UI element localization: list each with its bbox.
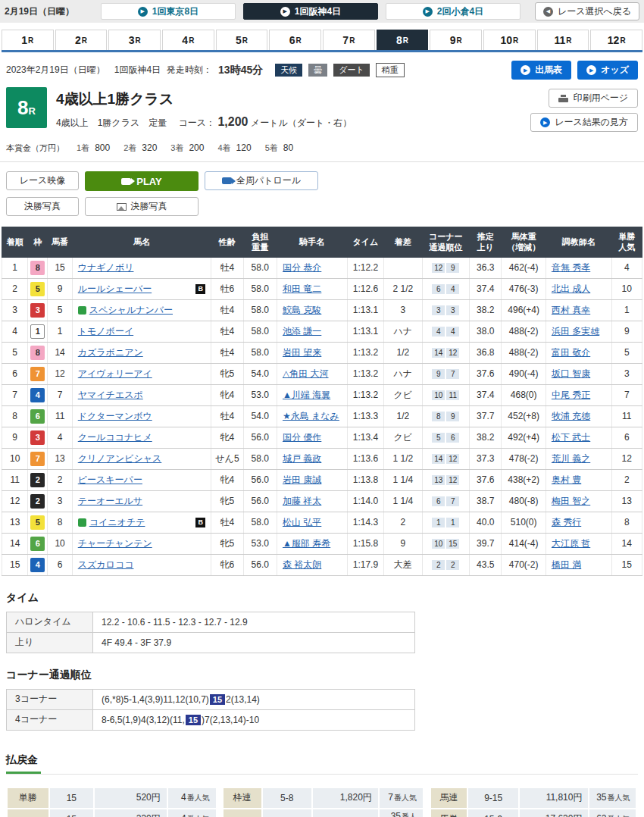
trainer-link[interactable]: 森 秀行 xyxy=(552,517,581,527)
trainer-cell: 富田 敬介 xyxy=(546,342,611,363)
horse-name-link[interactable]: トモノボーイ xyxy=(78,325,133,338)
patrol-video-button[interactable]: 全周パトロール xyxy=(205,171,318,190)
table-row: 15 4 6 スズカロココ B 牝6 56.0 森 裕太朗 1:17.9 大差 … xyxy=(2,554,642,575)
meeting-tab[interactable]: ▶ 2回小倉4日 xyxy=(386,3,521,20)
race-tab[interactable]: 8 R xyxy=(377,30,429,50)
horse-name-link[interactable]: アイヴォリーアイ xyxy=(78,368,152,380)
play-button[interactable]: PLAY xyxy=(85,171,199,191)
trainer-link[interactable]: 梅田 智之 xyxy=(552,496,590,506)
jockey-link[interactable]: 松山 弘平 xyxy=(283,517,321,527)
margin: 9 xyxy=(384,533,422,554)
race-result-page: 2月19日（日曜） ▶ 1回東京8日 ▶ 1回阪神4日 ▶ 2回小倉4日 ◀ レ… xyxy=(0,0,644,817)
horse-name-link[interactable]: テーオーエルサ xyxy=(78,495,142,508)
trainer-link[interactable]: 坂口 智康 xyxy=(552,368,590,379)
print-page-button[interactable]: 印刷用ページ xyxy=(549,89,638,108)
jockey-link[interactable]: ★永島 まなみ xyxy=(283,411,339,421)
trainer-link[interactable]: 西村 真幸 xyxy=(552,305,590,315)
race-tab[interactable]: 5 R xyxy=(216,30,268,50)
jockey-link[interactable]: 国分 優作 xyxy=(283,432,321,443)
jockey-cell: 森 裕太朗 xyxy=(277,554,347,575)
horse-name-link[interactable]: スズカロココ xyxy=(78,559,134,571)
trainer-link[interactable]: 大江原 哲 xyxy=(552,538,590,549)
back-to-race-select-button[interactable]: ◀ レース選択へ戻る xyxy=(535,2,639,20)
time-table-body: ハロンタイム 12.2 - 10.6 - 11.5 - 12.3 - 12.7 … xyxy=(7,612,415,653)
jockey-link[interactable]: 岩田 康誠 xyxy=(283,474,321,485)
carried-weight: 56.0 xyxy=(243,554,277,575)
prize-place: 3着 xyxy=(170,142,183,154)
corner-position-3c: 10 xyxy=(432,539,445,549)
trainer-link[interactable]: 松下 武士 xyxy=(552,432,590,443)
jockey-link[interactable]: △角田 大河 xyxy=(283,368,329,379)
jockey-link[interactable]: 城戸 義政 xyxy=(283,453,321,464)
trainer-link[interactable]: 荒川 義之 xyxy=(552,453,590,464)
race-video-button[interactable]: レース映像 xyxy=(6,171,79,190)
finish-photo-button[interactable]: 決勝写真 xyxy=(85,197,199,216)
corner-position-4c: 7 xyxy=(446,369,459,379)
race-tab[interactable]: 7 R xyxy=(323,30,375,50)
margin: クビ xyxy=(384,384,422,405)
carried-weight: 54.0 xyxy=(243,363,277,384)
jockey-link[interactable]: 森 裕太朗 xyxy=(283,559,321,570)
prize-place: 1着 xyxy=(77,142,89,154)
race-conditions-text: 4歳以上 1勝クラス 定量 xyxy=(56,117,176,128)
horse-name-link[interactable]: コイニオチテ xyxy=(89,516,145,529)
jockey-link[interactable]: 加藤 祥太 xyxy=(283,496,321,506)
horse-name-link[interactable]: ドクターマンボウ xyxy=(78,410,152,423)
last-3f: 37.4 xyxy=(470,278,502,299)
finish-photo-tab[interactable]: 決勝写真 xyxy=(6,197,79,216)
meeting-tab[interactable]: ▶ 1回阪神4日 xyxy=(243,3,378,20)
col-horse-number: 馬番 xyxy=(48,227,72,258)
jockey-link[interactable]: ▲服部 寿希 xyxy=(283,538,330,549)
odds-button[interactable]: ▶ オッズ xyxy=(577,61,638,80)
jockey-link[interactable]: 池添 謙一 xyxy=(283,326,321,337)
prize-place: 5着 xyxy=(265,142,278,154)
trainer-link[interactable]: 富田 敬介 xyxy=(552,347,590,358)
race-tab[interactable]: 6 R xyxy=(269,30,321,50)
result-guide-button[interactable]: ▶ レース結果の見方 xyxy=(530,113,638,132)
race-tab[interactable]: 10 R xyxy=(483,30,536,50)
race-tab[interactable]: 3 R xyxy=(108,30,161,50)
jockey-link[interactable]: ▲川端 海翼 xyxy=(283,390,330,400)
prize-place: 4着 xyxy=(217,142,230,154)
jockey-link[interactable]: 国分 恭介 xyxy=(283,262,321,273)
race-tab[interactable]: 1 R xyxy=(2,30,54,50)
corner-order-section: コーナー通過順位 3コーナー (6,*8)5-1,4(3,9)11,12(10,… xyxy=(6,668,638,731)
bet-type-label: 馬連 xyxy=(430,787,468,809)
prize-amount: 320 xyxy=(142,142,157,153)
jockey-link[interactable]: 岩田 望来 xyxy=(283,347,321,358)
horse-name-link[interactable]: ヤマイチエスポ xyxy=(78,389,143,402)
horse-name-link[interactable]: クリノアンビシャス xyxy=(78,452,162,465)
horse-name-link[interactable]: ウナギノボリ xyxy=(78,261,134,274)
race-tab[interactable]: 2 R xyxy=(55,30,108,50)
results-header: 着順 枠 馬番 馬名 性齢 負担 重量 騎手名 タイム 着差 コーナー 通過順位… xyxy=(2,227,642,258)
horse-name-link[interactable]: ルールシェーバー xyxy=(78,283,152,296)
trainer-link[interactable]: 奥村 豊 xyxy=(552,474,581,485)
trainer-link[interactable]: 牧浦 充徳 xyxy=(552,411,590,421)
jockey-link[interactable]: 和田 竜二 xyxy=(283,283,321,294)
horse-name-link[interactable]: クールココナヒメ xyxy=(78,431,152,444)
horse-name-link[interactable]: チャーチャンテン xyxy=(78,537,152,550)
horse-name-link[interactable]: スペシャルナンバー xyxy=(89,304,173,317)
green-mark-icon xyxy=(78,306,86,315)
trainer-link[interactable]: 橋田 満 xyxy=(552,559,581,570)
trainer-link[interactable]: 音無 秀孝 xyxy=(552,262,590,273)
frame-cell: 2 xyxy=(28,490,48,512)
trainer-link[interactable]: 北出 成人 xyxy=(552,283,590,294)
margin: 1/2 xyxy=(384,342,422,363)
race-tab[interactable]: 4 R xyxy=(162,30,214,50)
entry-table-button[interactable]: ▶ 出馬表 xyxy=(511,61,571,80)
meeting-tab[interactable]: ▶ 1回東京8日 xyxy=(101,3,236,20)
col-horse-weight: 馬体重 （増減） xyxy=(502,227,546,258)
race-tab[interactable]: 11 R xyxy=(537,30,589,50)
jockey-cell: 鮫島 克駿 xyxy=(277,299,347,321)
frame-cell: 1 xyxy=(28,321,48,342)
jockey-link[interactable]: 鮫島 克駿 xyxy=(283,305,321,315)
race-tab[interactable]: 12 R xyxy=(590,30,642,50)
race-tab[interactable]: 9 R xyxy=(430,30,482,50)
horse-name-link[interactable]: ピースキーパー xyxy=(78,474,142,487)
trainer-link[interactable]: 中尾 秀正 xyxy=(552,390,590,400)
horse-name-link[interactable]: カズラボニアン xyxy=(78,346,143,359)
race-title-buttons: 印刷用ページ ▶ レース結果の見方 xyxy=(530,87,638,132)
sex-age: 牝4 xyxy=(211,427,243,448)
trainer-link[interactable]: 浜田 多実雄 xyxy=(552,326,599,337)
